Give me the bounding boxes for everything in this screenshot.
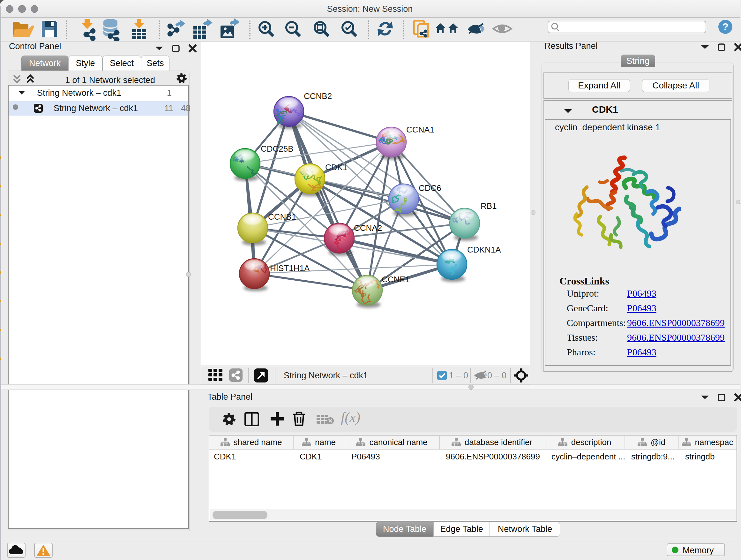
svg-text:RB1: RB1 (481, 201, 497, 211)
svg-text:CCNA2: CCNA2 (354, 223, 382, 233)
svg-text:CCNB1: CCNB1 (268, 212, 296, 222)
svg-text:CDK1: CDK1 (325, 163, 347, 172)
svg-text:CDC25B: CDC25B (261, 144, 293, 153)
svg-text:CCNA1: CCNA1 (406, 125, 434, 134)
svg-text:HIST1H1A: HIST1H1A (270, 263, 310, 273)
svg-text:CCNE1: CCNE1 (382, 274, 410, 284)
svg-text:?: ? (722, 21, 729, 33)
svg-text:CDKN1A: CDKN1A (467, 245, 501, 254)
svg-text:CCNB2: CCNB2 (304, 91, 332, 101)
svg-text:CDC6: CDC6 (419, 183, 441, 193)
